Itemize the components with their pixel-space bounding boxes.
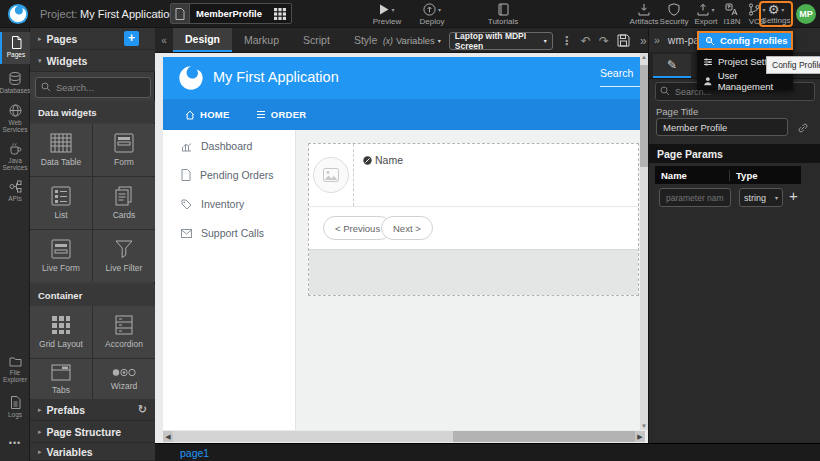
i18n-button[interactable]: I18N: [718, 2, 746, 26]
scroll-up-icon[interactable]: ▲: [640, 54, 648, 60]
rail-label: Pages: [7, 51, 25, 58]
wizard-icon: [112, 368, 136, 377]
nav-item-home[interactable]: HOME: [185, 109, 230, 120]
rail-item-apis[interactable]: APIs: [0, 176, 30, 204]
add-page-button[interactable]: +: [124, 31, 139, 46]
redo-icon[interactable]: ↷: [599, 34, 609, 48]
menu-item-support-calls[interactable]: Support Calls: [181, 227, 264, 239]
tab-script[interactable]: Script: [291, 28, 342, 52]
widget-search-input[interactable]: [54, 78, 148, 97]
menu-item-pending-orders[interactable]: Pending Orders: [181, 169, 274, 181]
app-header[interactable]: My First Application Search: [163, 57, 640, 99]
project-settings-icon: [703, 57, 713, 67]
expand-right-icon[interactable]: »: [654, 34, 660, 46]
deploy-button[interactable]: ▾ Deploy: [412, 2, 452, 26]
nav-item-order[interactable]: ORDER: [256, 109, 307, 120]
security-label: Security: [660, 17, 689, 26]
translate-icon: [725, 3, 739, 16]
settings-button[interactable]: ⚙▾ Settings: [759, 1, 793, 27]
next-button[interactable]: Next >: [381, 216, 433, 240]
widget-tile-data-table[interactable]: Data Table: [30, 124, 92, 176]
rail-item-databases[interactable]: Databases: [0, 68, 30, 98]
pages-section-header[interactable]: ▸ Pages +: [30, 28, 155, 50]
widgets-section-header[interactable]: ▾ Widgets: [30, 50, 155, 72]
image-cell[interactable]: [309, 144, 354, 206]
undo-icon[interactable]: ↶: [581, 34, 591, 48]
device-selector[interactable]: Laptop with MDPI Screen ▾: [449, 32, 553, 50]
menu-item-config-profiles[interactable]: Config Profiles: [697, 31, 793, 50]
param-type-value: string: [744, 193, 766, 203]
tutorials-button[interactable]: Tutorials: [482, 2, 524, 26]
scroll-right-icon[interactable]: ▶: [635, 431, 645, 442]
variables-button[interactable]: (x) Variables ▾: [383, 35, 441, 46]
add-param-button[interactable]: +: [789, 187, 798, 204]
refresh-icon[interactable]: ↻: [138, 403, 147, 416]
page-tab-page1[interactable]: page1: [180, 444, 209, 461]
tab-markup[interactable]: Markup: [232, 28, 291, 52]
page-structure-section-header[interactable]: ▸ Page Structure: [30, 421, 155, 443]
page-selector[interactable]: MemberProfile: [170, 3, 292, 24]
bind-link-icon[interactable]: [797, 122, 809, 134]
app-nav-bar: HOME ORDER: [163, 99, 640, 130]
rail-item-java-services[interactable]: Java Services: [0, 138, 30, 174]
param-name-input[interactable]: [659, 188, 731, 207]
image-placeholder[interactable]: [313, 157, 349, 193]
param-type-select[interactable]: string ▾: [739, 188, 783, 207]
rail-item-web-services[interactable]: Web Services: [0, 100, 30, 136]
book-icon: [498, 3, 509, 16]
grid-icon[interactable]: [274, 8, 286, 20]
widget-tile-wizard[interactable]: Wizard: [93, 359, 155, 399]
rail-more-button[interactable]: •••: [0, 436, 30, 450]
container-label: Container: [30, 284, 155, 306]
widget-tile-form[interactable]: Form: [93, 124, 155, 176]
widget-tile-cards[interactable]: Cards: [93, 177, 155, 229]
prefabs-section-header[interactable]: ▸ Prefabs ↻: [30, 399, 155, 421]
widget-tile-live-form[interactable]: Live Form: [30, 230, 92, 282]
menu-item-inventory[interactable]: Inventory: [181, 198, 244, 210]
folder-icon: [9, 356, 22, 367]
chevron-down-icon: ▾: [781, 6, 784, 13]
rail-label: Java Services: [0, 157, 30, 171]
rail-label: APIs: [8, 195, 22, 202]
widget-tile-live-filter[interactable]: Live Filter: [93, 230, 155, 282]
rail-item-pages[interactable]: Pages: [0, 32, 30, 64]
page-params-header[interactable]: Page Params: [649, 144, 820, 163]
widget-tile-accordion[interactable]: Accordion: [93, 306, 155, 358]
i18n-label: I18N: [724, 17, 741, 26]
page-title-input[interactable]: [656, 118, 788, 136]
name-field[interactable]: Name: [363, 154, 403, 166]
widget-tile-list[interactable]: List: [30, 177, 92, 229]
more-options-icon[interactable]: ⋮: [561, 34, 573, 48]
scroll-down-icon[interactable]: ▼: [640, 423, 648, 429]
preview-button[interactable]: ▾ Preview: [366, 2, 408, 26]
horizontal-scroll-thumb[interactable]: [173, 431, 453, 442]
edit-properties-tab[interactable]: ✎: [653, 54, 691, 78]
collapse-panel-button[interactable]: «: [155, 28, 173, 52]
variables-section-header[interactable]: ▸ Variables: [30, 443, 155, 461]
tab-design[interactable]: Design: [173, 28, 232, 52]
widget-search[interactable]: [35, 77, 151, 98]
widget-tile-tabs[interactable]: Tabs: [30, 359, 92, 399]
security-button[interactable]: Security: [656, 2, 692, 26]
page-title-label: Page Title: [656, 106, 698, 117]
scroll-left-icon[interactable]: ◀: [163, 431, 173, 442]
vertical-scroll-thumb[interactable]: [640, 65, 648, 167]
menu-item-dashboard[interactable]: Dashboard: [181, 140, 252, 152]
canvas-vertical-scrollbar[interactable]: ▲ ▼: [640, 53, 648, 430]
save-icon[interactable]: [617, 34, 630, 47]
app-search-field[interactable]: Search: [600, 67, 640, 87]
list-widget[interactable]: Name < Previous Next >: [308, 143, 639, 296]
envelope-icon: [181, 229, 192, 238]
document-icon: [181, 169, 191, 181]
data-widgets-label: Data widgets: [30, 101, 155, 123]
rail-item-logs[interactable]: Logs: [0, 392, 30, 422]
expand-right-icon[interactable]: »: [640, 34, 647, 48]
column-type: Type: [729, 170, 757, 181]
rail-item-file-explorer[interactable]: File Explorer: [0, 352, 30, 388]
canvas-horizontal-scrollbar[interactable]: ◀ ▶: [163, 431, 645, 442]
form-icon: [114, 133, 134, 153]
widget-tile-grid-layout[interactable]: Grid Layout: [30, 306, 92, 358]
user-avatar[interactable]: MP: [796, 4, 816, 24]
collapsed-arrow-icon: ▸: [38, 406, 42, 414]
database-icon: [9, 72, 21, 85]
